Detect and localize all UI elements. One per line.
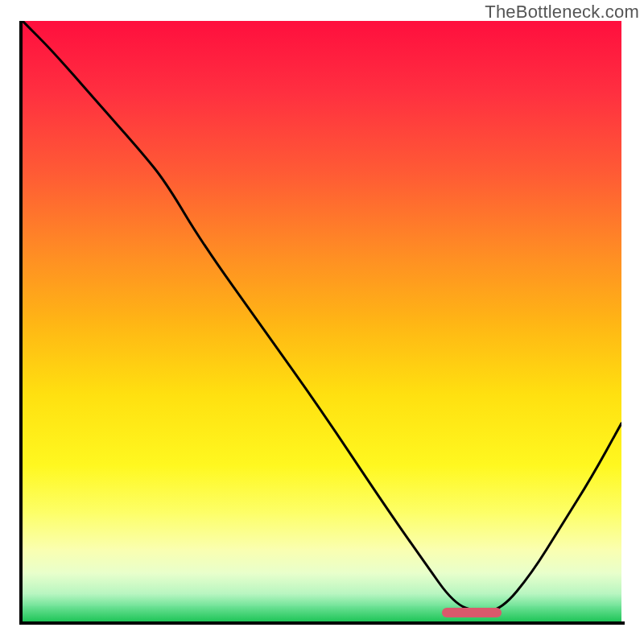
chart-frame: TheBottleneck.com (0, 0, 644, 644)
bottleneck-curve (23, 21, 621, 621)
plot-area (23, 21, 621, 621)
y-axis-line (19, 21, 23, 625)
optimal-range-marker (442, 608, 502, 617)
curve-path (23, 21, 621, 611)
x-axis-line (19, 621, 625, 625)
watermark-text: TheBottleneck.com (485, 2, 639, 23)
